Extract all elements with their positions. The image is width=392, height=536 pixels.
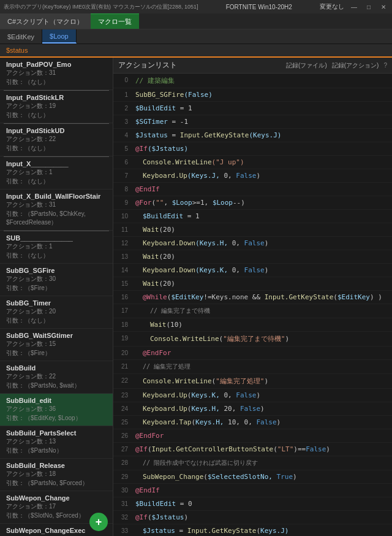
minimize-button[interactable]: — (349, 2, 359, 12)
sidebar-item-name: Input_PadPOV_Emo (6, 61, 107, 68)
code-row[interactable]: 11Wait(20) (113, 223, 392, 237)
code-row[interactable]: 22Console.WriteLine("編集完了処理") (113, 374, 392, 389)
code-row[interactable]: 19Console.WriteLine("編集完了まで待機") (113, 332, 392, 346)
code-row[interactable]: 6Console.WriteLine("J up") (113, 156, 392, 169)
code-content: $BuildEdit = 1 (133, 103, 392, 113)
line-number: 28 (113, 458, 133, 466)
sidebar-item[interactable]: SubBuild_Releaseアクション数：18引数：（$PartsNo, $… (0, 459, 113, 491)
code-content: Keyboard.Up(Keys.H, 20, False) (133, 404, 392, 414)
sidebar-item-args: 引数：（$EditKey, $Loop） (6, 414, 107, 423)
code-content: Keyboard.Up(Keys.J, 0, False) (133, 170, 392, 181)
line-number: 29 (113, 472, 133, 480)
code-row[interactable]: 12Keyboard.Down(Keys.H, 0, False) (113, 237, 392, 250)
add-macro-button[interactable]: + (89, 513, 108, 531)
sidebar-item-args: 引数：（$PartsNo, $wait） (6, 381, 107, 390)
code-content: @If(Input.GetControllerButtonState("LT")… (133, 444, 392, 454)
line-number: 22 (113, 375, 133, 384)
tab-editkey[interactable]: $EditKey (0, 29, 42, 44)
line-number: 19 (113, 333, 133, 342)
status-label: $status (0, 47, 34, 54)
main-layout: Input_PadPOV_Emoアクション数：31引数：（なし）Input_Pa… (0, 58, 392, 536)
code-row[interactable]: 28// 階段作成中でなければ武器に切り戻す (113, 456, 392, 470)
record-file-button[interactable]: 記録(ファイル) (286, 61, 327, 70)
sidebar-item-name: SubBuild (6, 364, 107, 372)
code-row[interactable]: 27@If(Input.GetControllerButtonState("LT… (113, 443, 392, 456)
tab-csharp[interactable]: C#スクリプト（マクロ） (0, 13, 91, 29)
code-row[interactable]: 25Keyboard.Tap(Keys.H, 10, 0, False) (113, 416, 392, 429)
line-number: 8 (113, 184, 133, 193)
line-number: 11 (113, 224, 133, 233)
sidebar-item[interactable]: SubBuildアクション数：22引数：（$PartsNo, $wait） (0, 361, 113, 394)
tab-macro-list[interactable]: マクロ一覧 (91, 13, 139, 29)
sidebar-item[interactable]: Input_X_Build_WallFloorStairアクション数：31引数：… (0, 190, 113, 231)
sidebar-item-actions: アクション数：17 (6, 502, 107, 511)
code-row[interactable]: 0// 建築編集 (113, 74, 392, 88)
code-row[interactable]: 9@For("", $Loop>=1, $Loop--) (113, 196, 392, 210)
code-row[interactable]: 2$BuildEdit = 1 (113, 102, 392, 115)
tab-loop[interactable]: $Loop (42, 29, 77, 44)
dropdown-label[interactable]: 変更なし (320, 2, 344, 11)
code-row[interactable]: 1SubBG_SGFire(False) (113, 88, 392, 102)
code-content: Wait(20) (133, 224, 392, 235)
code-row[interactable]: 32@If($Jstatus) (113, 511, 392, 524)
code-row[interactable]: 33$Jstatus = Input.GetKeyState(Keys.J) (113, 524, 392, 536)
help-icon[interactable]: ? (383, 62, 387, 69)
code-row[interactable]: 16@While($EditKey!=Keys.none && Input.Ge… (113, 291, 392, 304)
line-number: 15 (113, 278, 133, 287)
code-row[interactable]: 7Keyboard.Up(Keys.J, 0, False) (113, 169, 392, 183)
title-bar-right: 変更なし — □ ✕ (320, 2, 388, 12)
record-action-button[interactable]: 記録(アクション) (332, 61, 379, 70)
code-row[interactable]: 17// 編集完了まで待機 (113, 304, 392, 318)
sidebar-item-name: Input_PadStickLR (6, 94, 107, 101)
sidebar-item-name: SubBG_Timer (6, 299, 107, 307)
sidebar-item-args: 引数：（$Fire） (6, 284, 107, 293)
code-row[interactable]: 23Keyboard.Up(Keys.K, 0, False) (113, 389, 392, 402)
sidebar-item[interactable]: SubBuild_editアクション数：36引数：（$EditKey, $Loo… (0, 394, 113, 426)
sidebar-item-args: 引数：（なし） (6, 251, 107, 260)
sidebar-item[interactable]: Input_X__________アクション数：1引数：（なし） (0, 157, 113, 190)
sidebar-item[interactable]: SUB______________アクション数：1引数：（なし） (0, 231, 113, 264)
tab-bar-second: $EditKey $Loop (0, 29, 392, 44)
code-row[interactable]: 20@EndFor (113, 346, 392, 360)
code-row[interactable]: 24Keyboard.Up(Keys.H, 20, False) (113, 402, 392, 416)
code-row[interactable]: 3$SGTimer = -1 (113, 115, 392, 129)
line-number: 17 (113, 305, 133, 314)
line-number: 25 (113, 417, 133, 426)
code-row[interactable]: 18Wait(10) (113, 318, 392, 332)
line-number: 31 (113, 499, 133, 507)
code-row[interactable]: 31$BuildEdit = 0 (113, 497, 392, 511)
sidebar-item-actions: アクション数：18 (6, 470, 107, 478)
sidebar-item[interactable]: Input_PadStickUDアクション数：22引数：（なし） (0, 124, 113, 156)
code-row[interactable]: 30@EndIf (113, 484, 392, 497)
code-row[interactable]: 10$BuildEdit = 1 (113, 210, 392, 223)
line-number: 16 (113, 292, 133, 301)
line-number: 9 (113, 197, 133, 206)
tab-editkey-label: $EditKey (7, 33, 34, 40)
code-row[interactable]: 8@EndIf (113, 183, 392, 196)
sidebar-item[interactable]: SubBG_SGFireアクション数：30引数：（$Fire） (0, 264, 113, 296)
sidebar-item-actions: アクション数：31 (6, 201, 107, 209)
sidebar-item-args: 引数：（$PartsNo, $Forced） (6, 479, 107, 488)
close-button[interactable]: ✕ (379, 2, 388, 12)
code-content: @While($EditKey!=Keys.none && Input.GetK… (133, 292, 392, 302)
code-row[interactable]: 14Keyboard.Down(Keys.K, 0, False) (113, 264, 392, 277)
code-row[interactable]: 5@If($Jstatus) (113, 142, 392, 156)
code-content: @If($Jstatus) (133, 512, 392, 523)
sidebar-item[interactable]: SubBG_Timerアクション数：20引数：（なし） (0, 296, 113, 329)
code-row[interactable]: 13Wait(20) (113, 250, 392, 264)
code-row[interactable]: 21// 編集完了処理 (113, 360, 392, 374)
code-content: $BuildEdit = 0 (133, 499, 392, 509)
line-number: 6 (113, 157, 133, 166)
tab-bar-top: C#スクリプト（マクロ） マクロ一覧 (0, 13, 392, 29)
sidebar-item[interactable]: SubBuild_PartsSelectアクション数：13引数：（$PartsN… (0, 426, 113, 459)
sidebar-item-args: 引数：（なし） (6, 111, 107, 120)
sidebar-item[interactable]: Input_PadStickLRアクション数：19引数：（なし） (0, 91, 113, 123)
sidebar-item[interactable]: Input_PadPOV_Emoアクション数：31引数：（なし） (0, 58, 113, 90)
code-row[interactable]: 29SubWepon_Change($SelectedSlotNo, True) (113, 470, 392, 484)
code-row[interactable]: 4$Jstatus = Input.GetKeyState(Keys.J) (113, 129, 392, 142)
code-row[interactable]: 26@EndFor (113, 429, 392, 443)
sidebar-item-name: Input_X_Build_WallFloorStair (6, 193, 107, 200)
sidebar-item[interactable]: SubBG_WaitSGtimerアクション数：15引数：（$Fire） (0, 329, 113, 361)
maximize-button[interactable]: □ (364, 2, 374, 12)
code-row[interactable]: 15Wait(20) (113, 277, 392, 291)
